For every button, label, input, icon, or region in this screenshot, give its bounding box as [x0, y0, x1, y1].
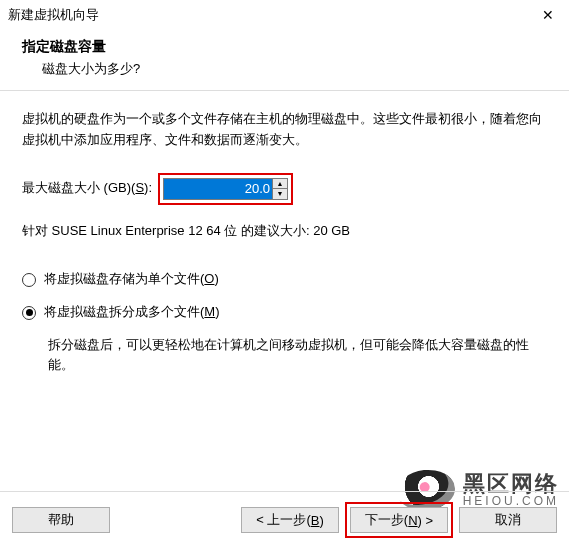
help-button[interactable]: 帮助 — [12, 507, 110, 533]
page-subtitle: 磁盘大小为多少? — [42, 60, 547, 78]
radio-split-files-label: 将虚拟磁盘拆分成多个文件(M) — [44, 302, 220, 323]
spin-up-button[interactable]: ▲ — [273, 179, 287, 190]
recommended-size-text: 针对 SUSE Linux Enterprise 12 64 位 的建议大小: … — [22, 221, 547, 242]
next-button[interactable]: 下一步(N) > — [350, 507, 448, 533]
spin-down-button[interactable]: ▼ — [273, 189, 287, 199]
description-text: 虚拟机的硬盘作为一个或多个文件存储在主机的物理磁盘中。这些文件最初很小，随着您向… — [22, 109, 547, 151]
radio-single-file-label: 将虚拟磁盘存储为单个文件(O) — [44, 269, 219, 290]
radio-single-file[interactable]: 将虚拟磁盘存储为单个文件(O) — [22, 269, 547, 290]
wizard-header: 指定磁盘容量 磁盘大小为多少? — [0, 28, 569, 91]
cancel-button[interactable]: 取消 — [459, 507, 557, 533]
split-note-text: 拆分磁盘后，可以更轻松地在计算机之间移动虚拟机，但可能会降低大容量磁盘的性能。 — [48, 335, 547, 375]
max-disk-size-label: 最大磁盘大小 (GB)(S): — [22, 178, 152, 199]
page-title: 指定磁盘容量 — [22, 38, 547, 56]
back-button[interactable]: < 上一步(B) — [241, 507, 339, 533]
highlight-box-next: 下一步(N) > — [345, 502, 453, 538]
radio-split-files[interactable]: 将虚拟磁盘拆分成多个文件(M) — [22, 302, 547, 323]
close-icon[interactable]: ✕ — [537, 7, 559, 23]
radio-icon-selected — [22, 306, 36, 320]
max-disk-size-input[interactable] — [163, 178, 273, 200]
radio-icon — [22, 273, 36, 287]
window-title: 新建虚拟机向导 — [8, 6, 99, 24]
highlight-box-size: ▲ ▼ — [158, 173, 293, 205]
